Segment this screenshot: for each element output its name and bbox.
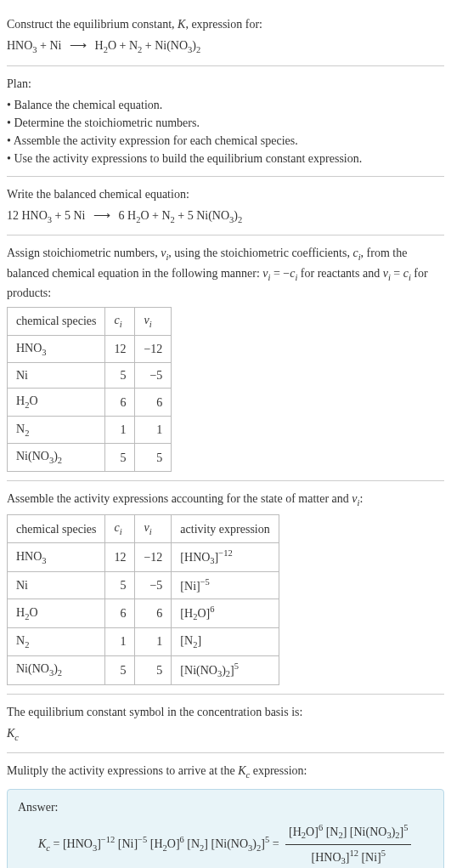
title-text: Construct the equilibrium constant, <box>7 18 178 31</box>
table-row: N2 1 1 <box>8 416 172 444</box>
table-row: HNO3 12 −12 [HNO3]−12 <box>8 543 279 572</box>
sp: HNO <box>16 550 42 563</box>
arrow-icon: ⟶ <box>70 39 87 52</box>
eq-text: + Ni <box>37 39 65 52</box>
term: [N <box>184 837 200 850</box>
cell-c: 6 <box>105 599 135 627</box>
symbol-section: The equilibrium constant symbol in the c… <box>7 695 444 754</box>
answer-box: Answer: Kc = [HNO3]−12 [Ni]−5 [H2O]6 [N2… <box>7 789 444 868</box>
stoich-text: Assign stoichiometric numbers, νi, using… <box>7 244 444 302</box>
sub: i <box>120 527 122 536</box>
sub: 2 <box>25 428 29 438</box>
th-nui: νi <box>135 308 172 336</box>
stoich-table: chemical species ci νi HNO3 12 −12 Ni 5 … <box>7 307 172 472</box>
sup: −5 <box>200 577 210 587</box>
plan-section: Plan: • Balance the chemical equation. •… <box>7 66 444 177</box>
cell-species: Ni(NO3)2 <box>8 444 105 472</box>
eq-sub: 2 <box>238 214 242 224</box>
cell-c: 5 <box>105 444 135 472</box>
k: K <box>238 764 245 777</box>
sub: i <box>120 320 122 329</box>
arrow-icon: ⟶ <box>93 209 110 222</box>
sp: O <box>29 394 37 407</box>
eq-text: + 5 Ni <box>52 209 88 222</box>
activity-text: Assemble the activity expressions accoun… <box>7 490 444 510</box>
title-text2: , expression for: <box>185 18 262 31</box>
cell-c: 1 <box>105 628 135 656</box>
sp: Ni(NO <box>16 450 49 462</box>
k: K <box>7 727 14 740</box>
cell-v: 1 <box>135 628 172 656</box>
sup: 5 <box>403 823 408 832</box>
cell-c: 1 <box>105 416 135 444</box>
eq-sub: 2 <box>196 45 200 54</box>
ae: [N <box>180 634 193 647</box>
cell-species: H2O <box>8 599 105 627</box>
cell-species: Ni <box>8 572 105 599</box>
cell-v: −5 <box>135 572 172 599</box>
text: Assemble the activity expressions accoun… <box>7 492 352 505</box>
term: O] <box>167 837 180 850</box>
text: Mulitply the activity expressions to arr… <box>7 764 238 777</box>
th-ci: ci <box>105 515 135 543</box>
term: [Ni(NO <box>347 825 386 838</box>
eq-text: + Ni(NO <box>142 39 188 52</box>
cell-species: Ni <box>8 363 105 389</box>
sub: 2 <box>25 640 29 650</box>
cell-species: H2O <box>8 389 105 417</box>
sp: O <box>29 606 37 619</box>
cell-v: 5 <box>135 655 172 684</box>
denominator: [HNO3]12 [Ni]5 <box>285 845 411 868</box>
plan-item: • Determine the stoichiometric numbers. <box>7 114 444 132</box>
term: [Ni(NO <box>208 837 248 850</box>
title: Construct the equilibrium constant, K, e… <box>7 15 444 33</box>
sub: c <box>14 733 19 742</box>
cell-species: HNO3 <box>8 543 105 572</box>
balanced-label: Write the balanced chemical equation: <box>7 185 444 203</box>
multiply-section: Mulitply the activity expressions to arr… <box>7 753 444 868</box>
cell-c: 12 <box>105 543 135 572</box>
cell-v: 1 <box>135 416 172 444</box>
cell-activity: [N2] <box>172 628 279 656</box>
activity-table: chemical species ci νi activity expressi… <box>7 514 279 684</box>
cell-c: 5 <box>105 363 135 389</box>
plan-item: • Assemble the activity expression for e… <box>7 132 444 150</box>
cell-activity: [H2O]6 <box>172 599 279 627</box>
sp: HNO <box>16 342 42 355</box>
sub: 2 <box>58 668 62 678</box>
table-row: HNO3 12 −12 <box>8 335 172 363</box>
table-row: Ni 5 −5 <box>8 363 172 389</box>
ae: ] <box>197 634 201 647</box>
sp: Ni(NO <box>16 662 49 675</box>
ae: O] <box>197 607 210 620</box>
sub: 2 <box>58 456 62 465</box>
table-row: Ni 5 −5 [Ni]−5 <box>8 572 279 599</box>
th-species: chemical species <box>8 308 105 336</box>
header-section: Construct the equilibrium constant, K, e… <box>7 7 444 66</box>
term: [HNO <box>63 837 93 850</box>
cell-c: 6 <box>105 389 135 417</box>
cell-v: 5 <box>135 444 172 472</box>
sup: −12 <box>101 835 115 844</box>
unbalanced-equation: HNO3 + Ni ⟶ H2O + N2 + Ni(NO3)2 <box>7 37 444 57</box>
term: [Ni] <box>358 851 381 864</box>
sup: 5 <box>234 661 239 671</box>
table-row: Ni(NO3)2 5 5 [Ni(NO3)2]5 <box>8 655 279 684</box>
balanced-equation: 12 HNO3 + 5 Ni ⟶ 6 H2O + N2 + 5 Ni(NO3)2 <box>7 207 444 227</box>
multiply-text: Mulitply the activity expressions to arr… <box>7 762 444 782</box>
text: , using the stoichiometric coefficients, <box>168 247 352 259</box>
table-header-row: chemical species ci νi <box>8 308 172 336</box>
eq-text: HNO <box>7 39 32 52</box>
cell-v: 6 <box>135 599 172 627</box>
sp: N <box>16 634 25 647</box>
sup: 12 <box>349 848 358 858</box>
kc-expression: Kc = [HNO3]−12 [Ni]−5 [H2O]6 [N2] [Ni(NO… <box>18 821 433 868</box>
term: O] <box>306 825 319 838</box>
sup: −12 <box>218 548 232 558</box>
term: [N <box>323 825 338 838</box>
numerator: [H2O]6 [N2] [Ni(NO3)2]5 <box>285 821 411 845</box>
text: = − <box>270 267 290 280</box>
activity-section: Assemble the activity expressions accoun… <box>7 481 444 695</box>
plan-item: • Balance the chemical equation. <box>7 96 444 114</box>
th-ci: ci <box>105 308 135 336</box>
